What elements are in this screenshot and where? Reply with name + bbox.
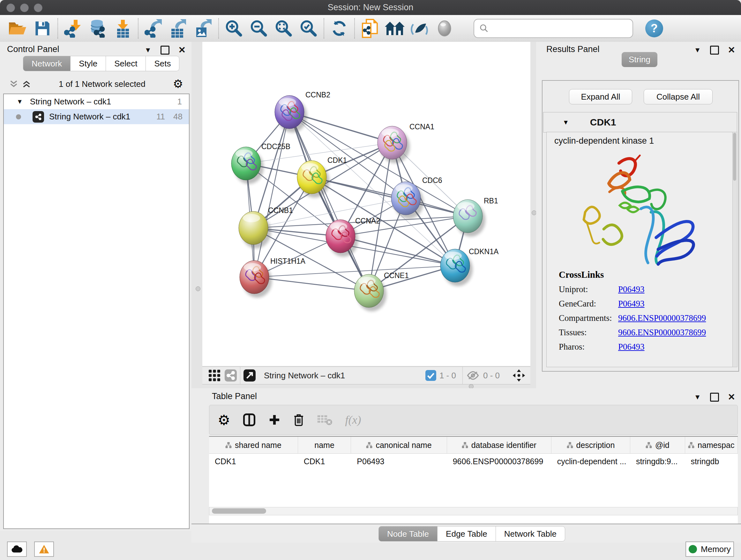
- network-collection-row[interactable]: ▼ String Network – cdk1 1: [4, 94, 189, 109]
- gene-expander-icon[interactable]: ▼: [562, 119, 569, 126]
- zoom-window-button[interactable]: [34, 3, 43, 12]
- zoom-in-button[interactable]: [221, 17, 246, 40]
- save-session-button[interactable]: [30, 17, 55, 40]
- network-share-view-icon[interactable]: [225, 369, 237, 381]
- search-field[interactable]: [474, 19, 633, 38]
- crosslink-link[interactable]: P06493: [618, 299, 645, 309]
- results-scrollbar[interactable]: [732, 132, 738, 367]
- zoom-out-button[interactable]: [246, 17, 271, 40]
- table-horizontal-scrollbar[interactable]: [209, 507, 738, 515]
- table-panel-close-icon[interactable]: ✕: [728, 394, 735, 401]
- node-CDKN1A[interactable]: CDKN1A: [441, 247, 499, 286]
- tab-string[interactable]: String: [622, 52, 657, 67]
- left-splitter-handle[interactable]: [196, 287, 200, 291]
- crosslink-link[interactable]: 9606.ENSP00000378699: [618, 313, 706, 323]
- node-CDC6[interactable]: CDC6: [391, 176, 442, 219]
- show-columns-icon[interactable]: [242, 413, 256, 427]
- node-RB1[interactable]: RB1: [453, 197, 498, 237]
- memory-button[interactable]: Memory: [685, 542, 734, 557]
- refresh-button[interactable]: [327, 17, 352, 40]
- expand-all-icon[interactable]: [22, 79, 31, 89]
- control-panel-float-icon[interactable]: [160, 46, 170, 55]
- right-splitter-handle[interactable]: [532, 210, 536, 215]
- node-HIST1H1A[interactable]: HIST1H1A: [240, 257, 306, 298]
- string-enhance-button[interactable]: [407, 17, 432, 40]
- cell-database-identifier[interactable]: 9606.ENSP00000378699: [447, 454, 551, 469]
- tab-network-table[interactable]: Network Table: [496, 526, 565, 542]
- table-settings-gear-icon[interactable]: ⚙: [218, 412, 230, 428]
- column-header-database-identifier[interactable]: database identifier: [447, 437, 551, 453]
- export-table-button[interactable]: [166, 17, 191, 40]
- network-options-gear-icon[interactable]: ⚙: [173, 77, 183, 91]
- results-panel-close-icon[interactable]: ✕: [728, 47, 735, 54]
- tab-edge-table[interactable]: Edge Table: [437, 526, 496, 542]
- cell-description[interactable]: cyclin-dependent ...: [551, 454, 630, 469]
- import-network-file-button[interactable]: [61, 17, 85, 40]
- string-network-graph[interactable]: CCNB2CCNA1CDC25BCDK1CDC6RB1CCNB1CCNA2CDK…: [202, 42, 530, 366]
- table-panel-float-icon[interactable]: [710, 393, 719, 401]
- birdseye-view-icon[interactable]: [512, 368, 526, 382]
- search-input[interactable]: [492, 22, 632, 35]
- tab-select[interactable]: Select: [106, 56, 146, 71]
- gene-section-header[interactable]: ▼ CDK1: [543, 112, 737, 132]
- add-column-icon[interactable]: [268, 414, 280, 426]
- zoom-fit-button[interactable]: [271, 17, 296, 40]
- network-canvas[interactable]: CCNB2CCNA1CDC25BCDK1CDC6RB1CCNB1CCNA2CDK…: [202, 42, 530, 366]
- node-CCNA1[interactable]: CCNA1: [378, 123, 434, 163]
- cloud-status-button[interactable]: [7, 542, 27, 557]
- control-panel-close-icon[interactable]: ✕: [179, 47, 186, 54]
- cell-@id[interactable]: stringdb:9...: [630, 454, 685, 469]
- import-table-file-button[interactable]: [111, 17, 135, 40]
- cell-canonical-name[interactable]: P06493: [351, 454, 447, 469]
- edge-CCNB2-HIST1H1A[interactable]: [254, 112, 289, 277]
- tab-style[interactable]: Style: [71, 56, 106, 71]
- cell-shared-name[interactable]: CDK1: [209, 454, 298, 469]
- import-network-database-button[interactable]: [85, 17, 111, 40]
- string-import-button[interactable]: [357, 17, 382, 40]
- string-home-button[interactable]: [382, 17, 407, 40]
- column-header-name[interactable]: name: [298, 437, 351, 453]
- cell-namespac[interactable]: stringdb: [685, 454, 738, 469]
- results-panel-float-icon[interactable]: [710, 46, 719, 55]
- export-image-button[interactable]: [191, 17, 216, 40]
- table-row[interactable]: CDK1CDK1P064939606.ENSP00000378699cyclin…: [209, 454, 738, 469]
- collapse-all-icon[interactable]: [9, 79, 18, 89]
- column-header-namespac[interactable]: namespac: [685, 437, 738, 453]
- node-CCNB1[interactable]: CCNB1: [239, 206, 293, 248]
- column-header-shared-name[interactable]: shared name: [209, 437, 298, 453]
- node-CDK1[interactable]: CDK1: [297, 156, 347, 198]
- node-CCNE1[interactable]: CCNE1: [354, 271, 409, 311]
- export-network-button[interactable]: [141, 17, 166, 40]
- column-header-@id[interactable]: @id: [630, 437, 685, 453]
- crosslink-link[interactable]: P06493: [618, 342, 645, 352]
- results-scrollbar-thumb[interactable]: [733, 133, 736, 181]
- hidden-eye-icon[interactable]: [466, 370, 480, 381]
- zoom-selected-button[interactable]: [296, 17, 321, 40]
- column-header-description[interactable]: description: [551, 437, 630, 453]
- help-button[interactable]: ?: [645, 19, 663, 37]
- crosslink-link[interactable]: P06493: [618, 285, 645, 294]
- edge-CDK1-RB1[interactable]: [312, 177, 468, 216]
- edge-CDKN1A-HIST1H1A[interactable]: [254, 266, 455, 277]
- tab-sets[interactable]: Sets: [146, 56, 179, 71]
- column-header-canonical-name[interactable]: canonical name: [351, 437, 447, 453]
- expand-all-button[interactable]: Expand All: [569, 89, 632, 105]
- results-panel-menu-icon[interactable]: ▼: [694, 46, 701, 54]
- delete-column-trash-icon[interactable]: [293, 413, 305, 427]
- node-CCNB2[interactable]: CCNB2: [275, 91, 330, 132]
- tab-network[interactable]: Network: [23, 56, 71, 71]
- minimize-window-button[interactable]: [20, 3, 29, 12]
- control-panel-menu-icon[interactable]: ▼: [145, 46, 151, 54]
- node-CDC25B[interactable]: CDC25B: [231, 142, 290, 184]
- open-session-button[interactable]: [5, 17, 30, 40]
- presentation-mode-button[interactable]: [432, 17, 457, 40]
- tab-node-table[interactable]: Node Table: [379, 526, 437, 542]
- tree-expander-icon[interactable]: ▼: [17, 98, 23, 105]
- collapse-all-button[interactable]: Collapse All: [644, 89, 713, 105]
- open-in-new-window-icon[interactable]: [244, 369, 256, 381]
- grid-view-icon[interactable]: [209, 370, 220, 381]
- cell-name[interactable]: CDK1: [298, 454, 351, 469]
- warnings-button[interactable]: [34, 542, 54, 557]
- crosslink-link[interactable]: 9606.ENSP00000378699: [618, 327, 706, 337]
- network-row[interactable]: String Network – cdk1 11 48: [4, 109, 189, 124]
